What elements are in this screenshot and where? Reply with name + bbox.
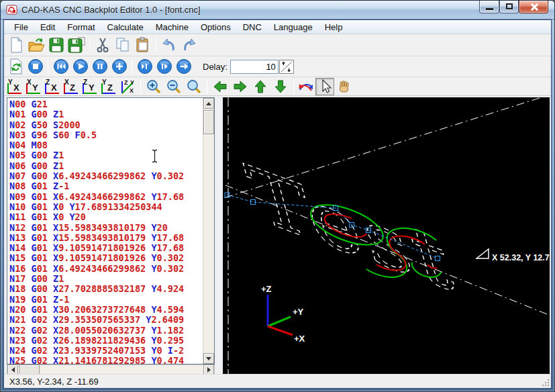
scroll-up-button[interactable] xyxy=(203,98,214,109)
app-logo-icon xyxy=(6,4,17,15)
pan-hand-icon xyxy=(336,79,352,95)
gcode-line: N18 G00 X27.7028885832187 Y4.924 xyxy=(9,284,202,294)
menu-help[interactable]: Help xyxy=(319,21,349,34)
cut-button[interactable] xyxy=(93,36,113,54)
zoom-window-button[interactable] xyxy=(184,77,204,95)
tool-position-marker: X 52.32, Y 12.7 xyxy=(476,249,550,262)
application-window: CAD-KAS CNC Backplot Editor 1.0 - [font.… xyxy=(0,0,555,392)
new-file-button[interactable] xyxy=(6,36,26,54)
copy-button[interactable] xyxy=(113,36,133,54)
axis-x-line xyxy=(268,326,293,335)
gcode-line: N15 G01 X9.10591471801926 Y0.302 xyxy=(9,253,202,263)
minimize-button[interactable] xyxy=(479,1,499,13)
select-pointer-icon xyxy=(317,79,332,95)
gcode-line: N03 G96 S60 F0.5 xyxy=(9,130,202,140)
vertical-scroll-thumb[interactable] xyxy=(203,110,214,134)
delay-label: Delay: xyxy=(203,62,228,72)
gcode-line: N20 G01 X30.2063273727648 Y4.594 xyxy=(9,305,202,315)
view-button-yz[interactable]: YZ xyxy=(100,79,118,95)
view-button-xz[interactable]: XZ xyxy=(62,79,81,95)
simulate-button[interactable] xyxy=(6,58,26,75)
add-position-button[interactable] xyxy=(109,58,129,75)
open-file-button[interactable] xyxy=(26,36,46,54)
gcode-line: N05 G00 Z1 xyxy=(9,150,202,160)
gcode-editor[interactable]: N00 G21N01 G00 Z1N02 G50 S2000N03 G96 S6… xyxy=(7,97,215,364)
forward-button[interactable] xyxy=(174,58,193,75)
undo-icon xyxy=(160,37,178,53)
delay-spinner[interactable] xyxy=(279,60,294,74)
gcode-line: N00 G21 xyxy=(9,99,202,109)
select-pointer-button[interactable] xyxy=(315,78,334,95)
stop-button[interactable] xyxy=(26,58,45,75)
delay-control: Delay: xyxy=(203,60,294,74)
gcode-line: N16 G01 X6.49243466299862 Y0.302 xyxy=(9,264,202,274)
svg-text:Z: Z xyxy=(124,79,128,86)
redo-icon xyxy=(181,37,198,53)
gcode-line: N14 G01 X9.10591471801926 Y17.68 xyxy=(9,243,202,253)
step-forward-button[interactable] xyxy=(154,58,174,75)
tool-position-label: X 52.32, Y 12.7 xyxy=(492,253,550,262)
toolbar-separator xyxy=(89,38,90,52)
gcode-vertical-scrollbar[interactable] xyxy=(203,98,214,364)
menu-format[interactable]: Format xyxy=(61,21,101,34)
maximize-button[interactable] xyxy=(499,1,519,13)
zoom-in-button[interactable] xyxy=(144,77,164,95)
plot-word-outline: Test xyxy=(238,148,465,311)
skip-to-start-icon xyxy=(53,58,69,75)
axis-y-line xyxy=(268,317,291,326)
delay-input[interactable] xyxy=(230,60,279,74)
pan-up-button[interactable] xyxy=(250,77,270,95)
view-button-zy[interactable]: ZY xyxy=(81,79,99,95)
paste-button[interactable] xyxy=(133,36,153,54)
redo-button[interactable] xyxy=(179,36,199,54)
menu-machine[interactable]: Machine xyxy=(150,21,195,34)
save-button[interactable] xyxy=(46,36,66,54)
toolbar-view: YXXYZXXZZYYZZYX xyxy=(4,77,551,96)
pan-down-button[interactable] xyxy=(270,77,291,95)
undo-button[interactable] xyxy=(159,36,179,54)
gcode-line: N11 G01 X0 Y20 xyxy=(9,212,202,222)
save-all-button[interactable] xyxy=(66,36,87,54)
menu-file[interactable]: File xyxy=(8,21,34,34)
pan-right-button[interactable] xyxy=(230,77,250,95)
gcode-line: N10 G01 X0 Y17.6891334250344 xyxy=(9,202,202,212)
resize-grip[interactable] xyxy=(542,379,550,387)
menu-language[interactable]: Language xyxy=(268,21,319,34)
menu-dnc[interactable]: DNC xyxy=(237,21,268,34)
close-button[interactable] xyxy=(519,1,548,13)
title-bar[interactable]: CAD-KAS CNC Backplot Editor 1.0 - [font.… xyxy=(1,1,554,19)
menu-options[interactable]: Options xyxy=(195,21,237,34)
skip-to-start-button[interactable] xyxy=(51,58,70,75)
arrow-left-icon xyxy=(11,367,15,373)
gcode-line: N07 G00 X6.49243466299862 Y0.302 xyxy=(9,171,202,181)
cut-icon xyxy=(95,37,111,53)
scroll-down-button[interactable] xyxy=(203,353,214,364)
gcode-line: N12 G01 X15.5983493810179 Y20 xyxy=(9,223,202,233)
pan-hand-button[interactable] xyxy=(334,78,353,95)
zoom-out-button[interactable] xyxy=(164,77,184,95)
play-button[interactable] xyxy=(70,58,90,75)
status-coordinates: X3.56, Y-2.34, Z -11.69 xyxy=(9,377,99,387)
menu-bar: FileEditFormatCalculateMachineOptionsDNC… xyxy=(4,20,551,34)
skip-to-end-icon xyxy=(137,58,153,75)
view-button-xy[interactable]: XY xyxy=(25,79,43,95)
play-icon xyxy=(72,58,89,75)
svg-text:Y: Y xyxy=(130,79,134,86)
backplot-canvas[interactable]: Test xyxy=(223,97,550,374)
zoom-in-icon xyxy=(146,79,162,95)
view-button-yx[interactable]: YX xyxy=(6,79,24,95)
skip-to-end-button[interactable] xyxy=(135,58,154,75)
menu-calculate[interactable]: Calculate xyxy=(101,21,150,34)
pan-up-icon xyxy=(252,79,268,95)
menu-edit[interactable]: Edit xyxy=(34,21,61,34)
pause-button[interactable] xyxy=(90,58,109,75)
window-title: CAD-KAS CNC Backplot Editor 1.0 - [font.… xyxy=(21,5,201,15)
rotate-view-button[interactable] xyxy=(297,78,315,95)
pan-left-button[interactable] xyxy=(210,77,230,95)
add-position-icon xyxy=(111,58,128,75)
backplot-drawing: Test xyxy=(223,97,550,374)
view-button-zx[interactable]: ZX xyxy=(44,79,62,95)
copy-icon xyxy=(115,37,131,53)
view-button-zyx[interactable]: ZYX xyxy=(119,79,137,95)
axis-z-label: +Z xyxy=(261,284,272,294)
